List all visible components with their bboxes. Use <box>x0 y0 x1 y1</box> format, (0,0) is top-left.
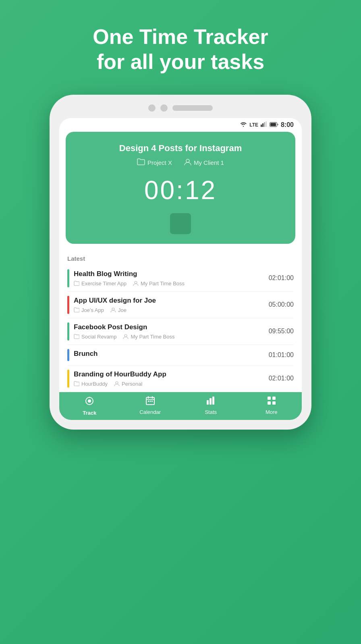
task-list: Health Blog WritingExercise Timer AppMy … <box>67 265 294 392</box>
svg-rect-0 <box>261 125 262 127</box>
person-icon <box>184 158 191 167</box>
task-info: Brunch <box>74 350 269 360</box>
svg-rect-16 <box>149 401 151 402</box>
task-sub: Social RevampMy Part Time Boss <box>74 334 269 340</box>
task-color-bar <box>67 349 69 361</box>
timer-client: My Client 1 <box>184 158 224 167</box>
task-color-bar <box>67 322 69 341</box>
camera-dot-1 <box>148 104 156 112</box>
task-name: App UI/UX design for Joe <box>74 297 269 305</box>
task-time: 02:01:00 <box>269 274 294 282</box>
svg-rect-23 <box>268 401 271 405</box>
nav-label-calendar: Calendar <box>139 409 161 415</box>
calendar-icon <box>146 396 155 407</box>
nav-item-track[interactable]: Track <box>59 396 120 416</box>
folder-icon <box>137 158 145 167</box>
phone-device: LTE 8:00 <box>50 95 311 430</box>
task-project: Social Revamp <box>74 334 116 340</box>
task-client: My Part Time Boss <box>123 334 174 340</box>
task-color-bar <box>67 296 69 314</box>
latest-label: Latest <box>67 255 294 262</box>
signal-icon <box>261 121 267 129</box>
timer-project: Project X <box>137 158 172 167</box>
track-icon <box>85 396 94 408</box>
task-sub: HourBuddyPersonal <box>74 381 269 387</box>
person-icon <box>133 280 139 286</box>
status-time: 8:00 <box>281 121 294 129</box>
task-project: HourBuddy <box>74 381 108 387</box>
task-item[interactable]: Brunch01:01:00 <box>67 345 294 366</box>
svg-rect-21 <box>268 397 271 400</box>
svg-rect-24 <box>272 401 276 405</box>
task-client: Joe <box>110 307 127 313</box>
svg-rect-19 <box>210 398 212 405</box>
status-icons: LTE 8:00 <box>240 121 294 129</box>
svg-rect-1 <box>262 123 263 127</box>
svg-point-8 <box>112 308 114 310</box>
phone-speaker <box>172 105 213 111</box>
task-sub: Joe's AppJoe <box>74 307 269 313</box>
task-project: Joe's App <box>74 307 104 313</box>
task-color-bar <box>67 370 69 388</box>
svg-point-6 <box>186 159 189 162</box>
task-name: Health Blog Writing <box>74 270 269 278</box>
task-client: Personal <box>114 381 142 387</box>
task-time: 02:01:00 <box>269 375 294 382</box>
folder-icon <box>74 381 79 386</box>
task-item[interactable]: Branding of HourBuddy AppHourBuddyPerson… <box>67 366 294 392</box>
more-icon <box>267 396 276 407</box>
task-time: 05:00:00 <box>269 301 294 308</box>
phone-screen: LTE 8:00 <box>59 118 302 420</box>
hero-title: One Time Tracker for all your tasks <box>77 24 284 75</box>
task-name: Facebook Post Design <box>74 323 269 331</box>
task-item[interactable]: Health Blog WritingExercise Timer AppMy … <box>67 265 294 292</box>
task-color-bar <box>67 269 69 287</box>
task-item[interactable]: App UI/UX design for JoeJoe's AppJoe05:0… <box>67 292 294 318</box>
timer-display: 00:12 <box>75 175 286 205</box>
status-bar: LTE 8:00 <box>59 118 302 132</box>
task-client: My Part Time Boss <box>133 280 185 287</box>
svg-rect-2 <box>264 122 265 127</box>
svg-rect-17 <box>151 401 153 402</box>
timer-card: Design 4 Posts for Instagram Project X <box>66 132 295 244</box>
nav-item-calendar[interactable]: Calendar <box>120 396 181 416</box>
wifi-icon <box>240 121 247 128</box>
nav-item-stats[interactable]: Stats <box>180 396 241 416</box>
task-item[interactable]: Facebook Post DesignSocial RevampMy Part… <box>67 318 294 345</box>
stats-icon <box>206 396 215 407</box>
task-name: Brunch <box>74 350 269 358</box>
task-info: App UI/UX design for JoeJoe's AppJoe <box>74 297 269 313</box>
task-time: 01:01:00 <box>269 351 294 359</box>
nav-label-track: Track <box>83 410 96 416</box>
svg-rect-15 <box>148 401 149 402</box>
timer-task-name: Design 4 Posts for Instagram <box>75 143 286 154</box>
battery-icon <box>270 121 278 129</box>
folder-icon <box>74 334 79 339</box>
task-info: Facebook Post DesignSocial RevampMy Part… <box>74 323 269 340</box>
svg-rect-20 <box>212 397 214 405</box>
svg-point-10 <box>116 382 118 384</box>
timer-meta: Project X My Client 1 <box>75 158 286 167</box>
nav-item-more[interactable]: More <box>241 396 302 416</box>
task-name: Branding of HourBuddy App <box>74 370 269 378</box>
svg-rect-18 <box>207 400 209 405</box>
person-icon <box>123 334 129 339</box>
nav-label-stats: Stats <box>205 409 217 415</box>
folder-icon <box>74 281 79 286</box>
task-info: Branding of HourBuddy AppHourBuddyPerson… <box>74 370 269 387</box>
person-icon <box>110 307 116 313</box>
svg-point-12 <box>88 399 91 403</box>
task-info: Health Blog WritingExercise Timer AppMy … <box>74 270 269 287</box>
svg-rect-3 <box>266 121 267 127</box>
svg-rect-22 <box>272 397 276 400</box>
camera-dot-2 <box>160 104 168 112</box>
svg-point-13 <box>89 397 90 398</box>
svg-point-9 <box>124 334 127 337</box>
task-sub: Exercise Timer AppMy Part Time Boss <box>74 280 269 287</box>
nav-label-more: More <box>266 409 278 415</box>
svg-point-7 <box>135 281 137 284</box>
phone-notch <box>59 104 302 112</box>
svg-rect-5 <box>270 123 276 126</box>
stop-button[interactable] <box>170 213 191 234</box>
bottom-nav: TrackCalendarStatsMore <box>59 392 302 420</box>
